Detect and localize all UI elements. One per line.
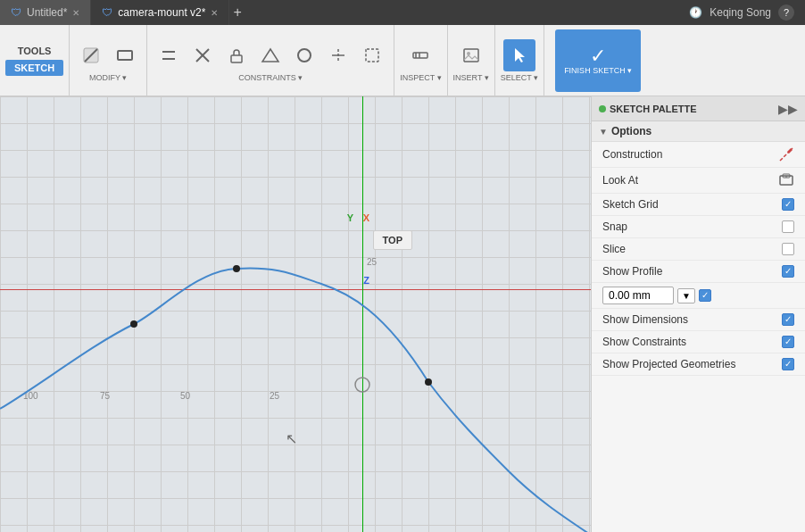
circle-tool-button[interactable]	[288, 39, 320, 71]
inspect-button[interactable]	[404, 39, 436, 71]
clock-icon: 🕐	[689, 6, 702, 19]
vertical-axis	[362, 96, 363, 532]
show-dimensions-item[interactable]: Show Dimensions	[592, 309, 805, 331]
axis-label-75: 75	[100, 391, 110, 401]
horizontal-axis	[0, 289, 591, 290]
rectangle-tool-button[interactable]	[109, 39, 141, 71]
palette-title: SKETCH PALETTE	[610, 104, 778, 114]
tools-label[interactable]: TOOLS	[11, 46, 59, 56]
svg-rect-12	[366, 49, 378, 62]
palette-expand-icon[interactable]: ▶▶	[778, 102, 798, 116]
insert-image-button[interactable]	[455, 39, 487, 71]
lock-constraint-button[interactable]	[220, 39, 253, 71]
modify-label[interactable]: MODIFY ▾	[89, 73, 127, 82]
show-projected-checkbox[interactable]	[782, 358, 794, 370]
sketch-grid-checkbox[interactable]	[782, 198, 794, 211]
construction-item[interactable]: Construction	[592, 142, 805, 168]
show-profile-label: Show Profile	[602, 265, 782, 278]
show-projected-label: Show Projected Geometries	[602, 358, 782, 370]
main-area: 25 75 50 25 100 X Y Z TOP ↖ SKETCH PALET…	[0, 96, 805, 532]
triangle-constraint-button[interactable]	[254, 39, 286, 71]
svg-rect-7	[231, 55, 242, 62]
show-profile-item[interactable]: Show Profile	[592, 261, 805, 283]
dimension-dropdown-button[interactable]: ▼	[677, 288, 695, 303]
show-constraints-checkbox[interactable]	[782, 336, 794, 348]
show-constraints-item[interactable]: Show Constraints	[592, 331, 805, 353]
cursor-indicator: ↖	[286, 430, 297, 447]
slice-item[interactable]: Slice	[592, 238, 805, 261]
dimension-input-row: ▼	[592, 283, 805, 309]
tab-untitled[interactable]: 🛡 Untitled* ✕	[0, 0, 91, 25]
insert-label[interactable]: INSERT ▾	[453, 73, 489, 82]
top-toolbar: TOOLS SKETCH MODIFY ▾	[0, 25, 805, 96]
look-at-icon	[778, 172, 794, 188]
y-axis-label: Y	[347, 212, 353, 223]
select-label[interactable]: SELECT ▾	[501, 73, 538, 82]
finish-sketch-check-icon: ✓	[590, 46, 606, 66]
show-dimensions-label: Show Dimensions	[602, 313, 782, 326]
palette-header: SKETCH PALETTE ▶▶	[592, 96, 805, 121]
sketch-grid-label: Sketch Grid	[602, 198, 782, 211]
look-at-item[interactable]: Look At	[592, 168, 805, 194]
title-bar: 🛡 Untitled* ✕ 🛡 camera-mount v2* ✕ + 🕐 K…	[0, 0, 805, 25]
grid-background	[0, 96, 591, 532]
help-icon[interactable]: ?	[778, 4, 794, 21]
options-label: Options	[611, 125, 651, 137]
options-arrow-icon: ▼	[599, 127, 608, 137]
tab-camera-mount[interactable]: 🛡 camera-mount v2* ✕	[91, 0, 229, 25]
show-constraints-label: Show Constraints	[602, 336, 782, 348]
constraints-label[interactable]: CONSTRAINTS ▾	[238, 73, 303, 82]
title-bar-right: 🕐 Keqing Song ?	[689, 4, 805, 21]
tab-camera-mount-close[interactable]: ✕	[211, 8, 218, 18]
parallel-constraint-button[interactable]	[153, 39, 185, 71]
username: Keqing Song	[710, 6, 771, 19]
palette-status-dot	[599, 105, 606, 112]
tab-untitled-close[interactable]: ✕	[72, 8, 79, 18]
show-profile-checkbox[interactable]	[782, 265, 794, 278]
axis-label-50: 50	[180, 391, 190, 401]
select-button[interactable]	[503, 39, 535, 71]
rect-select-button[interactable]	[356, 39, 388, 71]
construction-icon	[778, 146, 794, 162]
tab-camera-mount-label: camera-mount v2*	[118, 6, 205, 19]
snap-checkbox[interactable]	[782, 220, 794, 233]
x-axis-label: X	[363, 212, 369, 223]
line-tool-button[interactable]	[75, 39, 107, 71]
svg-rect-2	[118, 51, 132, 60]
palette-options-header[interactable]: ▼ Options	[592, 121, 805, 142]
trim-tool-button[interactable]	[322, 39, 354, 71]
show-projected-item[interactable]: Show Projected Geometries	[592, 353, 805, 376]
dimension-checkbox[interactable]	[699, 289, 711, 302]
new-tab-button[interactable]: +	[229, 4, 245, 21]
svg-marker-18	[515, 48, 525, 62]
x-constraint-button[interactable]	[187, 39, 219, 71]
canvas-area[interactable]: 25 75 50 25 100 X Y Z TOP ↖	[0, 96, 591, 532]
z-axis-label: Z	[363, 275, 369, 286]
look-at-label: Look At	[602, 174, 778, 187]
svg-point-9	[298, 49, 311, 62]
sketch-tab[interactable]: SKETCH	[5, 60, 63, 76]
snap-label: Snap	[602, 220, 782, 233]
axis-label-25-right: 25	[367, 257, 377, 267]
sketch-grid-item[interactable]: Sketch Grid	[592, 194, 805, 216]
tab-untitled-label: Untitled*	[27, 6, 67, 19]
axis-label-100: 100	[23, 391, 38, 401]
snap-item[interactable]: Snap	[592, 216, 805, 238]
view-top-label[interactable]: TOP	[373, 230, 412, 250]
slice-label: Slice	[602, 243, 782, 255]
dimension-input[interactable]	[602, 287, 674, 304]
slice-checkbox[interactable]	[782, 243, 794, 255]
svg-marker-8	[262, 49, 278, 62]
show-dimensions-checkbox[interactable]	[782, 313, 794, 326]
construction-label: Construction	[602, 148, 778, 161]
finish-sketch-label: FINISH SKETCH ▾	[564, 66, 632, 75]
axis-label-25: 25	[270, 391, 279, 401]
finish-sketch-button[interactable]: ✓ FINISH SKETCH ▾	[555, 29, 641, 92]
svg-rect-16	[464, 49, 478, 62]
sketch-palette: SKETCH PALETTE ▶▶ ▼ Options Construction…	[591, 96, 805, 532]
inspect-label[interactable]: INSPECT ▾	[400, 73, 441, 82]
